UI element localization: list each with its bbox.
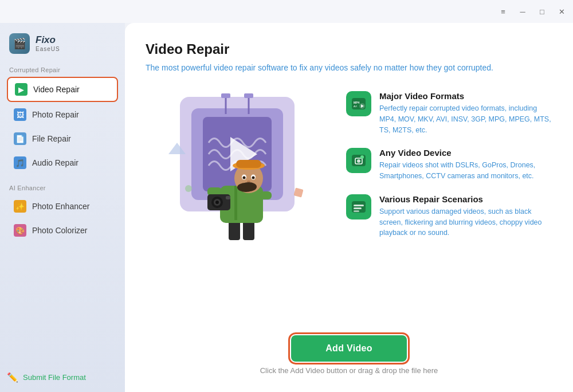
any-device-icon [346, 148, 371, 173]
sidebar-item-label: Photo Repair [32, 110, 79, 119]
feature-text-any-device: Any Video Device Repair videos shot with… [379, 148, 552, 182]
cta-hint: Click the Add Video button or drag & dro… [260, 366, 438, 375]
main-content: Video Repair The most powerful video rep… [125, 23, 573, 392]
maximize-button[interactable]: □ [537, 7, 547, 16]
features-list: MP4 AVI Major Video Formats Perfectly re… [346, 85, 552, 238]
logo-icon: 🎬 [9, 33, 30, 54]
feature-item-major-formats: MP4 AVI Major Video Formats Perfectly re… [346, 91, 552, 135]
sidebar-item-file-repair[interactable]: 📄 File Repair [7, 127, 118, 150]
photo-repair-icon: 🖼 [14, 108, 26, 121]
page-title: Video Repair [146, 41, 552, 57]
svg-rect-45 [354, 205, 364, 206]
close-button[interactable]: ✕ [557, 7, 566, 16]
major-formats-icon: MP4 AVI [346, 91, 371, 116]
menu-icon[interactable]: ≡ [499, 7, 508, 16]
sidebar-item-label: Video Repair [33, 85, 80, 94]
svg-rect-14 [234, 186, 237, 220]
svg-point-42 [357, 159, 360, 163]
sidebar-footer: ✏️ Submit File Format [7, 365, 118, 383]
add-video-button[interactable]: Add Video [291, 335, 407, 362]
sidebar-item-photo-colorizer[interactable]: 🎨 Photo Colorizer [7, 219, 118, 242]
svg-text:AVI: AVI [354, 105, 357, 108]
svg-point-31 [241, 182, 257, 191]
feature-text-repair-scenarios: Various Repair Scenarios Support various… [379, 194, 552, 238]
title-bar: ≡ ─ □ ✕ [0, 0, 573, 23]
svg-rect-6 [221, 93, 230, 98]
feature-text-major-formats: Major Video Formats Perfectly repair cor… [379, 91, 552, 135]
feature-title: Any Video Device [379, 148, 552, 158]
repair-scenarios-icon [346, 194, 371, 219]
cta-area: Add Video Click the Add Video button or … [146, 335, 552, 375]
ai-enhancer-label: AI Enhancer [7, 185, 118, 191]
svg-rect-21 [226, 196, 230, 199]
page-subtitle: The most powerful video repair software … [146, 62, 552, 74]
feature-desc: Perfectly repair corrupted video formats… [379, 103, 552, 135]
sidebar-item-video-repair[interactable]: ▶ Video Repair [7, 77, 118, 102]
svg-text:MP4: MP4 [354, 101, 360, 104]
logo-area: 🎬 Fixo EaseUS [7, 33, 118, 54]
feature-item-any-device: Any Video Device Repair videos shot with… [346, 148, 552, 182]
svg-rect-16 [260, 191, 272, 199]
video-repair-icon: ▶ [15, 83, 28, 96]
photo-colorizer-icon: 🎨 [14, 224, 26, 237]
logo-text-area: Fixo EaseUS [36, 35, 60, 52]
audio-repair-icon: 🎵 [14, 156, 26, 169]
sidebar-item-photo-enhancer[interactable]: ✨ Photo Enhancer [7, 195, 118, 218]
sidebar-item-label: Photo Colorizer [32, 226, 88, 235]
svg-point-10 [185, 185, 192, 192]
svg-rect-7 [244, 93, 253, 98]
feature-item-repair-scenarios: Various Repair Scenarios Support various… [346, 194, 552, 238]
svg-point-43 [360, 155, 364, 159]
feature-desc: Repair videos shot with DSLRs, GoPros, D… [379, 160, 552, 182]
logo-subtitle: EaseUS [36, 46, 60, 52]
illustration-area [146, 85, 329, 248]
svg-rect-9 [293, 187, 303, 197]
file-repair-icon: 📄 [14, 132, 26, 145]
logo-title: Fixo [36, 35, 60, 46]
sidebar-item-label: Audio Repair [32, 158, 79, 167]
feature-title: Various Repair Scenarios [379, 194, 552, 204]
svg-rect-46 [354, 207, 362, 209]
sidebar: 🎬 Fixo EaseUS Corrupted Repair ▶ Video R… [0, 23, 125, 392]
sidebar-item-label: Photo Enhancer [32, 202, 89, 211]
hero-illustration [146, 85, 329, 246]
minimize-button[interactable]: ─ [518, 7, 527, 16]
svg-rect-24 [236, 160, 261, 168]
sidebar-item-photo-repair[interactable]: 🖼 Photo Repair [7, 103, 118, 126]
corrupted-repair-label: Corrupted Repair [7, 66, 118, 73]
sidebar-item-label: File Repair [32, 134, 71, 143]
app-container: 🎬 Fixo EaseUS Corrupted Repair ▶ Video R… [0, 23, 573, 392]
submit-label: Submit File Format [23, 373, 86, 382]
svg-point-29 [252, 177, 255, 179]
sidebar-item-audio-repair[interactable]: 🎵 Audio Repair [7, 151, 118, 174]
feature-desc: Support various damaged videos, such as … [379, 206, 552, 238]
svg-point-28 [243, 177, 246, 179]
submit-icon: ✏️ [7, 372, 18, 383]
svg-rect-47 [354, 210, 359, 212]
submit-file-format-link[interactable]: ✏️ Submit File Format [7, 372, 118, 383]
feature-title: Major Video Formats [379, 91, 552, 101]
photo-enhancer-icon: ✨ [14, 200, 26, 213]
content-body: MP4 AVI Major Video Formats Perfectly re… [146, 85, 552, 248]
svg-point-20 [215, 201, 219, 204]
